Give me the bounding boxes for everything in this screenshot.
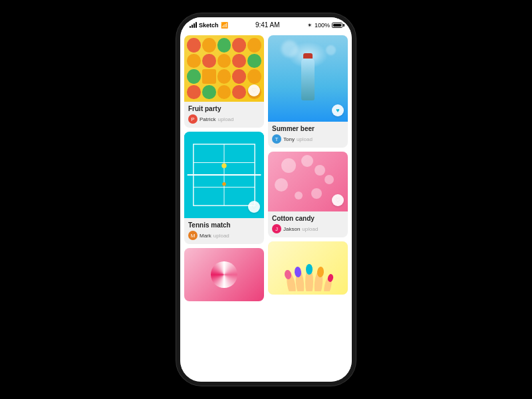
cotton-candy-username: Jakson <box>283 226 300 232</box>
cotton-candy-card: ♡ Cotton candy J Jakson upload <box>268 152 348 237</box>
battery-icon <box>332 23 342 28</box>
tennis-user: M Mark upload <box>188 231 260 240</box>
fruit-party-info: Fruit party P Patrick upload <box>184 102 264 128</box>
summer-beer-heart-btn[interactable]: ♥ <box>332 104 344 116</box>
nails-image <box>268 241 348 295</box>
beer-cap <box>303 53 313 59</box>
candy-ball-2 <box>301 155 313 167</box>
phone-inner: Sketch 📶 9:41 AM ✴ 100% <box>180 17 352 382</box>
summer-beer-avatar: T <box>272 134 281 144</box>
candy-ball-5 <box>325 175 334 184</box>
tennis-title: Tennis match <box>188 221 260 229</box>
tennis-match-card: ♡ Tennis match M Mark upload <box>184 132 264 244</box>
signal-bars <box>190 22 197 28</box>
signal-bar-2 <box>192 25 193 28</box>
right-column: ♥ Summer beer T Tony upload <box>268 35 348 378</box>
beer-bottle <box>301 57 315 100</box>
summer-beer-user: T Tony upload <box>272 134 344 144</box>
wifi-icon: 📶 <box>221 22 228 29</box>
scroll-content[interactable]: ♡ Fruit party P Patrick upload <box>180 31 352 382</box>
fruit-party-avatar: P <box>188 114 198 124</box>
cotton-candy-info: Cotton candy J Jakson upload <box>268 211 348 237</box>
status-bar: Sketch 📶 9:41 AM ✴ 100% <box>180 17 352 31</box>
summer-beer-image: ♥ <box>268 35 348 122</box>
left-column: ♡ Fruit party P Patrick upload <box>184 35 264 378</box>
status-right: ✴ 100% <box>307 22 342 29</box>
tennis-avatar: M <box>188 231 198 240</box>
fruit-party-image: ♡ <box>184 35 264 102</box>
signal-bar-1 <box>190 26 191 28</box>
battery-fill <box>333 24 341 27</box>
tennis-username: Mark <box>200 233 211 239</box>
tennis-info: Tennis match M Mark upload <box>184 218 264 244</box>
cotton-candy-user: J Jakson upload <box>272 224 344 233</box>
candy-ball-7 <box>311 188 322 199</box>
summer-beer-action: upload <box>297 136 313 142</box>
cotton-candy-avatar: J <box>272 224 281 233</box>
cotton-candy-title: Cotton candy <box>272 215 344 222</box>
candy-ball-4 <box>275 178 288 192</box>
battery-percent: 100% <box>315 22 330 29</box>
lollipop-image <box>184 248 264 301</box>
svg-point-13 <box>306 264 313 275</box>
fruit-party-action: upload <box>217 116 233 122</box>
tennis-heart-btn[interactable]: ♡ <box>248 201 260 213</box>
candy-ball-6 <box>295 192 303 200</box>
signal-bar-3 <box>194 23 195 28</box>
summer-beer-title: Summer beer <box>272 125 344 132</box>
cotton-candy-heart-btn[interactable]: ♡ <box>332 194 344 206</box>
nails-card <box>268 241 348 295</box>
fruit-party-title: Fruit party <box>188 105 260 112</box>
candy-ball-1 <box>281 158 296 173</box>
tennis-image: ♡ <box>184 132 264 218</box>
fruit-party-card: ♡ Fruit party P Patrick upload <box>184 35 264 128</box>
signal-bar-4 <box>196 22 197 28</box>
cotton-candy-action: upload <box>302 226 318 232</box>
lollipop-card <box>184 248 264 301</box>
lollipop-swirl <box>211 261 237 288</box>
fruit-party-heart-btn[interactable]: ♡ <box>248 84 260 96</box>
tennis-action: upload <box>213 233 229 239</box>
cotton-candy-image: ♡ <box>268 152 348 211</box>
clock: 9:41 AM <box>255 21 280 29</box>
summer-beer-username: Tony <box>283 136 295 142</box>
splash-drop-2 <box>326 45 336 55</box>
summer-beer-info: Summer beer T Tony upload <box>268 122 348 148</box>
svg-point-6 <box>221 163 226 168</box>
nails-svg <box>281 251 334 291</box>
status-left: Sketch 📶 <box>190 22 228 29</box>
summer-beer-card: ♥ Summer beer T Tony upload <box>268 35 348 148</box>
carrier-name: Sketch <box>199 22 219 29</box>
candy-ball-3 <box>315 165 325 176</box>
fruit-party-user: P Patrick upload <box>188 114 260 124</box>
svg-point-7 <box>222 182 226 186</box>
photo-grid: ♡ Fruit party P Patrick upload <box>180 31 352 382</box>
splash-drop-1 <box>281 41 298 57</box>
fruit-party-username: Patrick <box>200 116 215 122</box>
phone-frame: Sketch 📶 9:41 AM ✴ 100% <box>176 13 356 386</box>
bluetooth-icon: ✴ <box>307 22 313 29</box>
